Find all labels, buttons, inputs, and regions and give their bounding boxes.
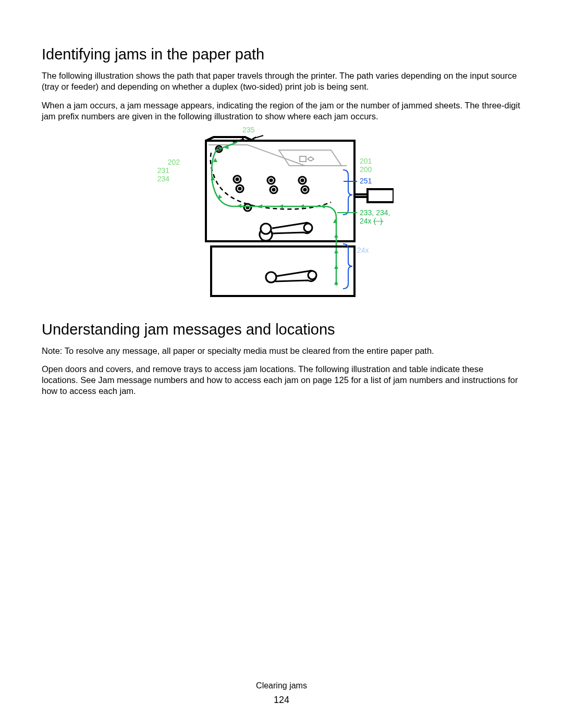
label-234: 234	[157, 175, 169, 183]
svg-point-20	[266, 272, 276, 282]
label-lower-24x: 24x	[357, 246, 369, 254]
label-235: 235	[242, 126, 254, 134]
svg-point-6	[239, 188, 241, 190]
footer-page-number: 124	[0, 693, 563, 707]
para-path-description: The following illustration shows the pat…	[42, 70, 521, 92]
label-231: 231	[157, 167, 169, 175]
page-footer: Clearing jams 124	[0, 680, 563, 707]
svg-rect-19	[211, 246, 354, 296]
para-note: Note: To resolve any message, all paper …	[42, 346, 521, 356]
heading-understanding-jams: Understanding jam messages and locations	[42, 321, 521, 338]
para-open-doors: Open doors and covers, and remove trays …	[42, 364, 521, 397]
svg-point-21	[308, 271, 316, 279]
svg-point-14	[304, 189, 306, 191]
svg-point-12	[301, 179, 303, 181]
para-jam-message: When a jam occurs, a jam message appears…	[42, 100, 521, 122]
link-jam-message-numbers[interactable]: Jam message numbers and how to access ea…	[98, 375, 298, 385]
figure-paper-path: 235 202 231 234 201 200 251 233, 234, 24…	[42, 129, 521, 309]
footer-chapter: Clearing jams	[0, 680, 563, 692]
svg-point-10	[273, 189, 275, 191]
svg-point-17	[261, 224, 271, 234]
heading-identifying-jams: Identifying jams in the paper path	[42, 46, 521, 63]
label-202: 202	[168, 158, 180, 166]
label-24x-row: 24x ( )	[360, 217, 384, 225]
svg-point-4	[236, 178, 238, 180]
label-233-234: 233, 234,	[360, 209, 390, 217]
label-24x-paren: ( )	[373, 217, 383, 225]
label-24x: 24x	[360, 217, 372, 225]
label-251: 251	[360, 177, 372, 185]
svg-point-8	[270, 179, 272, 181]
svg-point-18	[304, 224, 312, 232]
label-201: 201	[360, 157, 372, 165]
label-200: 200	[360, 166, 372, 174]
svg-rect-0	[300, 156, 306, 162]
